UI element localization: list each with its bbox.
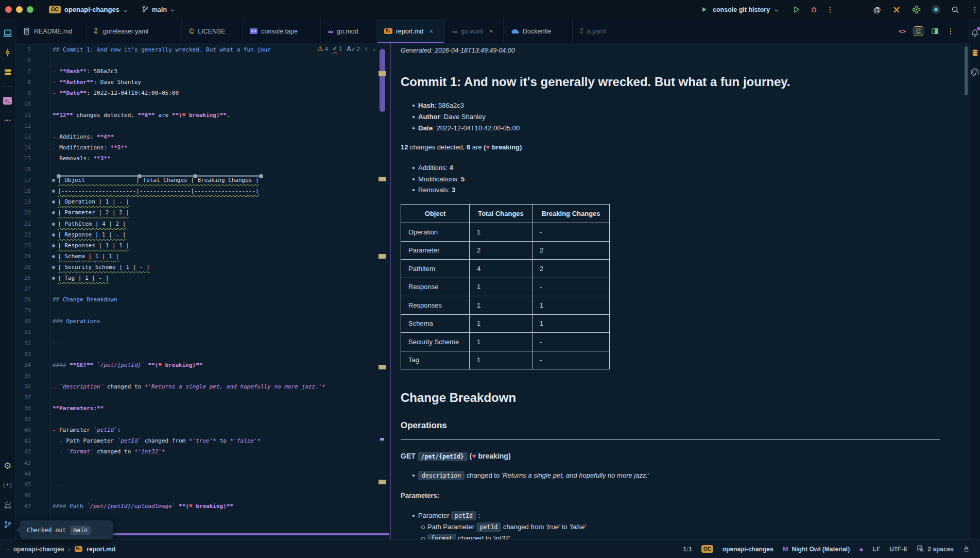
copyright-icon: © (189, 27, 194, 36)
scrollbar-warning-mark[interactable] (379, 254, 386, 259)
branch-selector[interactable]: main (142, 5, 175, 14)
scrollbar-warning-mark[interactable] (379, 480, 386, 484)
table-row-handle[interactable] (52, 211, 55, 214)
radar-icon[interactable] (969, 66, 980, 78)
editor-and-preview-view-icon[interactable] (914, 26, 923, 36)
line-number: 6 (15, 55, 31, 66)
theme-selector[interactable]: M Night Owl (Material) (783, 545, 850, 553)
preview-view-icon[interactable] (930, 27, 939, 36)
scrollbar-warning-mark[interactable] (379, 71, 386, 76)
indentation-setting[interactable]: 2 spaces (916, 545, 954, 554)
notifications-bell-icon[interactable] (969, 27, 980, 39)
atom-icon[interactable] (912, 5, 921, 14)
table-row-handle[interactable] (52, 255, 55, 258)
editor-horizontal-scrollbar[interactable] (72, 533, 389, 535)
code-view-icon[interactable]: <> (898, 27, 907, 36)
table-row-handle[interactable] (52, 277, 55, 280)
maximize-window-icon[interactable] (27, 6, 33, 13)
table-column-handle[interactable] (193, 174, 197, 178)
table-row-handle[interactable] (52, 233, 55, 236)
tools-icon[interactable] (892, 5, 901, 14)
breadcrumb[interactable]: · openapi-changes › M↓ report.md (7, 546, 115, 553)
scrollbar-info-mark[interactable] (380, 438, 384, 441)
tab-go-work[interactable]: ∞go.work× (445, 19, 504, 43)
git-branch-icon[interactable] (2, 519, 13, 530)
close-window-icon[interactable] (5, 6, 12, 13)
settings-gear-icon[interactable]: ⚙ (2, 460, 13, 471)
breadcrumb-project[interactable]: openapi-changes (13, 546, 64, 553)
git-commit-icon[interactable] (2, 47, 13, 58)
caret-position[interactable]: 1:1 (683, 546, 692, 553)
more-horizontal-icon[interactable] (2, 114, 13, 126)
services-icon[interactable] (2, 66, 13, 78)
lock-icon[interactable] (963, 546, 970, 552)
tab-console-tape[interactable]: console.tape (243, 19, 321, 43)
tab-report-md[interactable]: M↓report.md× (377, 19, 445, 43)
markdown-preview-pane[interactable]: Generated: 2026-04-18T13:49:49-04:00Comm… (391, 43, 969, 539)
run-more-vertical-icon[interactable] (826, 5, 835, 14)
table-column-handle[interactable] (57, 174, 61, 178)
tab-options-more-icon[interactable] (946, 27, 955, 36)
table-row-handle[interactable] (52, 244, 55, 247)
line-number: 13 (15, 131, 31, 142)
table-column-handle[interactable] (137, 174, 142, 178)
tab-dockerfile[interactable]: Dockerfile (504, 19, 573, 43)
line-number: 27 (15, 283, 31, 294)
previous-problem-icon[interactable]: ↑ (365, 45, 368, 53)
minimize-window-icon[interactable] (16, 6, 23, 13)
run-button[interactable] (792, 5, 801, 14)
tab-go-mod[interactable]: ∞go.mod (321, 19, 377, 43)
window-controls[interactable] (5, 6, 38, 13)
next-problem-icon[interactable]: ↓ (372, 45, 376, 53)
search-icon[interactable] (951, 5, 960, 14)
table-row-handle[interactable] (52, 190, 55, 193)
line-number: 37 (15, 392, 31, 403)
list-item: Hash: 586a2c3 (401, 100, 940, 111)
code-line: 6 (15, 55, 390, 66)
line-number: 32 (15, 338, 31, 349)
code-line: 36- `description` changed to *'Returns a… (15, 381, 390, 392)
line-number: 44 (15, 468, 31, 479)
code-line: 47#### Path `/pet/{petId}/uploadImage` *… (15, 501, 390, 512)
table-column-handle[interactable] (259, 174, 263, 178)
close-tab-icon[interactable]: × (429, 27, 433, 35)
tab-readme[interactable]: README.md (15, 19, 87, 43)
alarm-icon[interactable] (2, 499, 13, 511)
preview-scrollbar-thumb[interactable] (965, 46, 968, 95)
tab-goreleaser[interactable]: YAML.goreleaser.yaml (87, 19, 182, 43)
line-number: 39 (15, 414, 31, 425)
editor-scrollbar-thumb[interactable] (380, 49, 385, 112)
accent-color-dot-icon[interactable]: ● (859, 545, 863, 553)
breadcrumb-file[interactable]: report.md (87, 546, 115, 553)
inspections-widget[interactable]: ⚠ 4 ✓ 1 A✓ 2 ↑ ↓ (317, 45, 376, 53)
laptop-icon[interactable] (2, 27, 13, 39)
ai-parens-icon[interactable]: (*) (2, 480, 13, 491)
at-mention-icon[interactable]: @ (872, 5, 882, 14)
tab-license[interactable]: ©LICENSE (182, 19, 243, 43)
tab-a-yaml[interactable]: YAMLa.yaml (573, 19, 628, 43)
screen-record-icon[interactable] (931, 5, 940, 14)
table-row-handle[interactable] (52, 200, 55, 204)
close-tab-icon[interactable]: × (489, 27, 493, 35)
tab-label: a.yaml (587, 28, 606, 35)
database-icon[interactable] (969, 47, 980, 58)
status-project-name[interactable]: openapi-changes (723, 546, 773, 553)
project-selector[interactable]: OC openapi-changes (49, 6, 128, 13)
go-icon: ∞ (328, 27, 333, 36)
table-row-handle[interactable] (52, 223, 55, 226)
table-column-bar[interactable] (57, 175, 263, 177)
table-row-handle[interactable] (52, 179, 55, 182)
chevron-down-icon[interactable] (774, 7, 779, 12)
list-item: Parameter petId : (401, 510, 940, 521)
more-vertical-icon[interactable] (970, 5, 979, 14)
terminal-icon[interactable]: >_ (2, 95, 13, 106)
file-encoding[interactable]: UTF-8 (889, 546, 907, 553)
table-row-handle[interactable] (52, 266, 55, 269)
warning-count: 4 (325, 46, 328, 52)
debug-button[interactable] (809, 5, 818, 14)
scrollbar-warning-mark[interactable] (379, 177, 386, 181)
run-config-name[interactable]: console git history (713, 6, 770, 13)
line-ending[interactable]: LF (873, 546, 881, 553)
scrollbar-warning-mark[interactable] (379, 365, 386, 369)
markdown-source-editor[interactable]: 5## Commit 1: And now it's generally wre… (15, 43, 390, 539)
